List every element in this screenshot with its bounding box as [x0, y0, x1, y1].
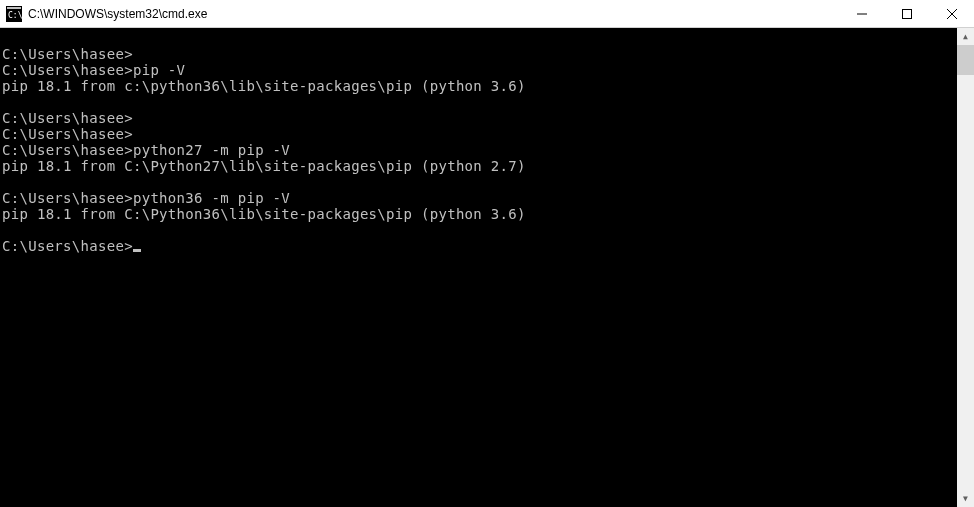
svg-text:C:\: C:\ [8, 11, 22, 20]
terminal-line [2, 222, 957, 238]
terminal-output[interactable]: C:\Users\hasee>C:\Users\hasee>pip -Vpip … [0, 28, 957, 507]
terminal-line: C:\Users\hasee> [2, 126, 957, 142]
terminal-line: C:\Users\hasee> [2, 110, 957, 126]
window-controls [839, 0, 974, 27]
terminal-line: pip 18.1 from C:\Python27\lib\site-packa… [2, 158, 957, 174]
cmd-icon: C:\ [6, 6, 22, 22]
scrollbar-thumb[interactable] [957, 45, 974, 75]
window-titlebar: C:\ C:\WINDOWS\system32\cmd.exe [0, 0, 974, 28]
svg-rect-1 [7, 7, 21, 9]
vertical-scrollbar[interactable]: ▲ ▼ [957, 28, 974, 507]
terminal-line: C:\Users\hasee>pip -V [2, 62, 957, 78]
svg-rect-4 [902, 9, 911, 18]
scroll-down-arrow[interactable]: ▼ [957, 490, 974, 507]
terminal-line: C:\Users\hasee> [2, 46, 957, 62]
window-title: C:\WINDOWS\system32\cmd.exe [28, 7, 839, 21]
terminal-line [2, 30, 957, 46]
terminal-line: C:\Users\hasee>python27 -m pip -V [2, 142, 957, 158]
scroll-up-arrow[interactable]: ▲ [957, 28, 974, 45]
terminal-line: pip 18.1 from c:\python36\lib\site-packa… [2, 78, 957, 94]
terminal-prompt-line[interactable]: C:\Users\hasee> [2, 238, 957, 254]
terminal-line: pip 18.1 from C:\Python36\lib\site-packa… [2, 206, 957, 222]
terminal-container: C:\Users\hasee>C:\Users\hasee>pip -Vpip … [0, 28, 974, 507]
minimize-button[interactable] [839, 0, 884, 27]
terminal-line [2, 94, 957, 110]
terminal-line [2, 174, 957, 190]
terminal-line: C:\Users\hasee>python36 -m pip -V [2, 190, 957, 206]
maximize-button[interactable] [884, 0, 929, 27]
cursor [133, 249, 141, 252]
close-button[interactable] [929, 0, 974, 27]
